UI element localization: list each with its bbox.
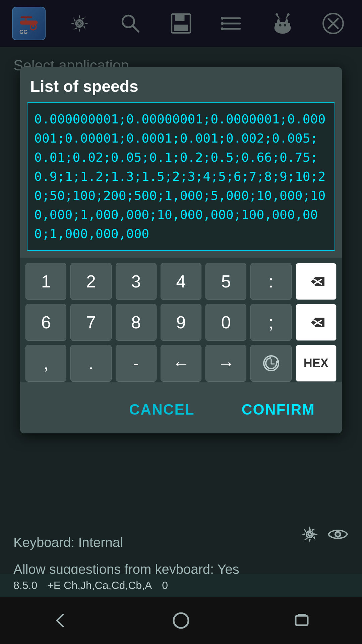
- status-bar: 8.5.0 +E Ch,Jh,Ca,Cd,Cb,A 0: [0, 574, 362, 597]
- list-of-speeds-dialog: List of speeds 0.000000001;0.00000001;0.…: [20, 67, 342, 433]
- confirm-button[interactable]: CONFIRM: [228, 396, 328, 423]
- numpad-row-2: 6 7 8 9 0 ;: [25, 304, 337, 341]
- key-semicolon[interactable]: ;: [250, 304, 291, 341]
- home-button[interactable]: [168, 607, 194, 634]
- flags-text: +E Ch,Jh,Ca,Cd,Cb,A: [47, 579, 152, 592]
- backspace-key-1[interactable]: [296, 263, 337, 300]
- numpad-row-1: 1 2 3 4 5 :: [25, 263, 337, 300]
- recents-button[interactable]: [288, 607, 315, 634]
- settings-bottom-icons: [299, 524, 349, 545]
- key-history[interactable]: [250, 345, 291, 382]
- dialog-input-area[interactable]: 0.000000001;0.00000001;0.0000001;0.00000…: [27, 102, 335, 251]
- key-1[interactable]: 1: [25, 263, 66, 300]
- key-5[interactable]: 5: [205, 263, 246, 300]
- key-7[interactable]: 7: [70, 304, 111, 341]
- key-2[interactable]: 2: [70, 263, 111, 300]
- navigation-bar: [0, 597, 362, 644]
- key-hex[interactable]: HEX: [296, 345, 337, 382]
- key-colon[interactable]: :: [250, 263, 291, 300]
- back-button[interactable]: [47, 607, 74, 634]
- svg-point-45: [309, 533, 311, 535]
- dialog-actions: CANCEL CONFIRM: [20, 386, 342, 433]
- dialog-title: List of speeds: [20, 67, 342, 102]
- key-left-arrow[interactable]: ←: [161, 345, 201, 382]
- key-6[interactable]: 6: [25, 304, 66, 341]
- svg-point-47: [336, 533, 340, 536]
- key-comma[interactable]: ,: [25, 345, 66, 382]
- svg-rect-50: [298, 614, 306, 615]
- backspace-key-2[interactable]: [296, 304, 337, 341]
- key-3[interactable]: 3: [116, 263, 157, 300]
- eye-icon[interactable]: [327, 524, 349, 545]
- key-right-arrow[interactable]: →: [205, 345, 246, 382]
- gear-icon-bottom[interactable]: [299, 524, 320, 545]
- numpad-row-3: , . - ← → HEX: [25, 345, 337, 382]
- numpad: 1 2 3 4 5 : 6 7 8 9: [20, 258, 342, 382]
- dialog-input-text[interactable]: 0.000000001;0.00000001;0.0000001;0.00000…: [34, 110, 328, 244]
- keyboard-label: Keyboard: Internal: [13, 535, 123, 550]
- key-0[interactable]: 0: [205, 304, 246, 341]
- key-4[interactable]: 4: [161, 263, 201, 300]
- cancel-button[interactable]: CANCEL: [116, 396, 208, 423]
- key-period[interactable]: .: [70, 345, 111, 382]
- key-minus[interactable]: -: [116, 345, 157, 382]
- svg-point-48: [174, 613, 188, 628]
- key-8[interactable]: 8: [116, 304, 157, 341]
- svg-rect-49: [296, 616, 308, 625]
- version-text: 8.5.0: [13, 579, 37, 592]
- key-9[interactable]: 9: [161, 304, 201, 341]
- count-text: 0: [162, 579, 168, 592]
